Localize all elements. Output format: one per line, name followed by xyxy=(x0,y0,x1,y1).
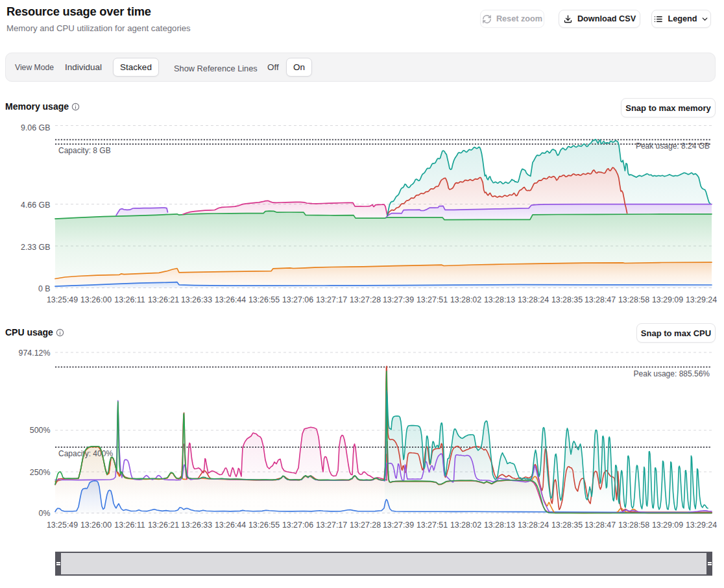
svg-text:13:27:06: 13:27:06 xyxy=(282,521,313,530)
svg-text:13:27:51: 13:27:51 xyxy=(416,295,448,304)
svg-text:Capacity: 400%: Capacity: 400% xyxy=(58,449,113,458)
svg-text:0 B: 0 B xyxy=(38,284,51,293)
svg-text:13:28:13: 13:28:13 xyxy=(484,295,515,304)
svg-text:9.06 GB: 9.06 GB xyxy=(21,123,50,132)
svg-text:Peak usage: 8.24 GB: Peak usage: 8.24 GB xyxy=(636,141,710,151)
svg-text:13:25:49: 13:25:49 xyxy=(47,295,78,304)
svg-text:13:28:58: 13:28:58 xyxy=(618,295,649,304)
svg-text:13:26:33: 13:26:33 xyxy=(181,295,212,304)
svg-text:13:28:47: 13:28:47 xyxy=(585,521,616,530)
svg-text:13:27:17: 13:27:17 xyxy=(316,295,347,304)
svg-text:13:29:24: 13:29:24 xyxy=(686,295,717,304)
svg-text:13:26:00: 13:26:00 xyxy=(80,521,112,530)
svg-text:13:28:47: 13:28:47 xyxy=(585,295,616,304)
svg-text:13:26:21: 13:26:21 xyxy=(148,295,179,304)
svg-text:13:25:49: 13:25:49 xyxy=(47,521,78,530)
svg-text:Peak usage: 885.56%: Peak usage: 885.56% xyxy=(634,369,710,378)
svg-text:13:28:24: 13:28:24 xyxy=(518,521,549,530)
svg-text:13:26:11: 13:26:11 xyxy=(114,295,145,304)
svg-text:13:27:28: 13:27:28 xyxy=(350,295,381,304)
svg-text:13:29:09: 13:29:09 xyxy=(652,521,683,530)
svg-text:13:26:44: 13:26:44 xyxy=(215,295,246,304)
svg-text:974.12%: 974.12% xyxy=(19,349,51,358)
svg-text:13:29:09: 13:29:09 xyxy=(652,295,683,304)
svg-text:0%: 0% xyxy=(39,509,51,518)
svg-text:2.33 GB: 2.33 GB xyxy=(21,243,50,252)
svg-text:500%: 500% xyxy=(30,426,51,435)
svg-text:13:27:39: 13:27:39 xyxy=(383,295,414,304)
svg-text:13:27:28: 13:27:28 xyxy=(350,521,381,530)
svg-text:13:27:39: 13:27:39 xyxy=(383,521,414,530)
svg-text:Capacity: 8 GB: Capacity: 8 GB xyxy=(58,146,111,155)
svg-text:13:26:55: 13:26:55 xyxy=(248,295,280,304)
svg-text:13:29:24: 13:29:24 xyxy=(686,521,717,530)
svg-text:13:26:55: 13:26:55 xyxy=(248,521,280,530)
svg-text:13:27:17: 13:27:17 xyxy=(316,521,347,530)
svg-text:4.66 GB: 4.66 GB xyxy=(21,201,50,210)
svg-text:13:28:02: 13:28:02 xyxy=(450,521,481,530)
svg-text:13:28:35: 13:28:35 xyxy=(551,521,583,530)
svg-text:13:28:13: 13:28:13 xyxy=(484,521,515,530)
svg-text:13:28:35: 13:28:35 xyxy=(551,295,583,304)
svg-text:13:26:21: 13:26:21 xyxy=(148,521,179,530)
svg-text:13:26:11: 13:26:11 xyxy=(114,521,145,530)
svg-text:13:27:06: 13:27:06 xyxy=(282,295,313,304)
svg-text:13:26:44: 13:26:44 xyxy=(215,521,246,530)
svg-text:13:26:33: 13:26:33 xyxy=(181,521,212,530)
svg-text:13:28:58: 13:28:58 xyxy=(618,521,649,530)
svg-text:250%: 250% xyxy=(30,468,51,477)
svg-text:13:28:02: 13:28:02 xyxy=(450,295,481,304)
svg-text:13:26:00: 13:26:00 xyxy=(80,295,112,304)
svg-text:13:28:24: 13:28:24 xyxy=(518,295,549,304)
svg-text:13:27:51: 13:27:51 xyxy=(416,521,448,530)
